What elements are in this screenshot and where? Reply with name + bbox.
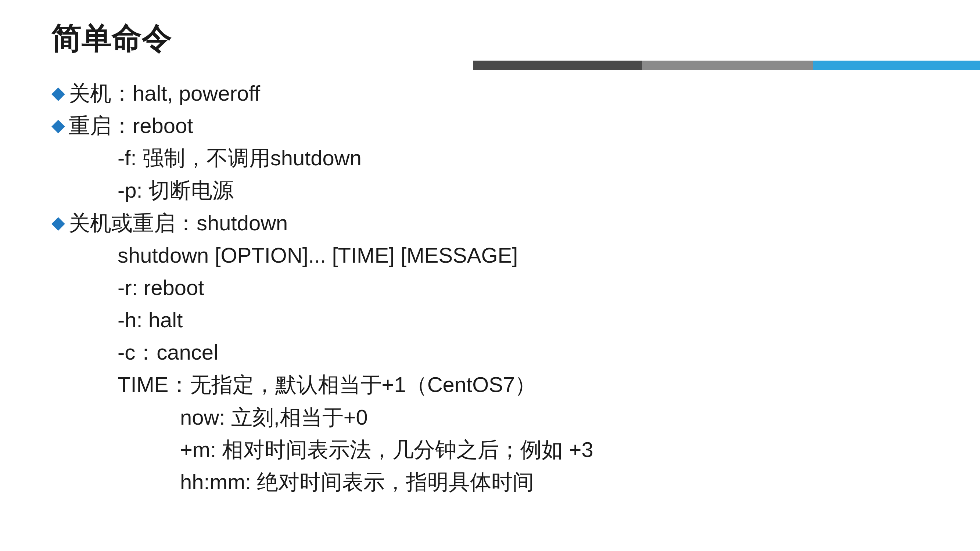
diamond-icon: ◆ (51, 207, 65, 238)
sub-line-c: -c：cancel (51, 336, 980, 368)
bar-dark (473, 60, 642, 70)
sub-line-time: TIME：无指定，默认相当于+1（CentOS7） (51, 368, 980, 401)
sub-line-h: -h: halt (51, 304, 980, 336)
bullet-text: 重启：reboot (69, 110, 193, 142)
slide-title: 简单命令 (51, 18, 980, 59)
decorative-bars (473, 60, 980, 70)
diamond-icon: ◆ (51, 110, 65, 141)
content-body: ◆ 关机：halt, poweroff ◆ 重启：reboot -f: 强制，不… (51, 77, 980, 498)
sub-line-force: -f: 强制，不调用shutdown (51, 142, 980, 174)
bullet-text: 关机：halt, poweroff (69, 77, 260, 110)
slide-container: 简单命令 ◆ 关机：halt, poweroff ◆ 重启：reboot -f:… (0, 0, 980, 551)
bullet-text: 关机或重启：shutdown (69, 207, 288, 239)
sub-line-now: now: 立刻,相当于+0 (51, 401, 980, 433)
sub-line-syntax: shutdown [OPTION]... [TIME] [MESSAGE] (51, 239, 980, 272)
sub-line-m: +m: 相对时间表示法，几分钟之后；例如 +3 (51, 433, 980, 466)
bullet-item-shutdown: ◆ 关机或重启：shutdown (51, 207, 980, 239)
sub-line-r: -r: reboot (51, 272, 980, 304)
bar-blue (813, 60, 980, 70)
bullet-item-halt: ◆ 关机：halt, poweroff (51, 77, 980, 110)
bar-gray (642, 60, 813, 70)
bullet-item-reboot: ◆ 重启：reboot (51, 110, 980, 142)
sub-line-hhmm: hh:mm: 绝对时间表示，指明具体时间 (51, 466, 980, 498)
diamond-icon: ◆ (51, 77, 65, 109)
sub-line-poweroff: -p: 切断电源 (51, 174, 980, 206)
